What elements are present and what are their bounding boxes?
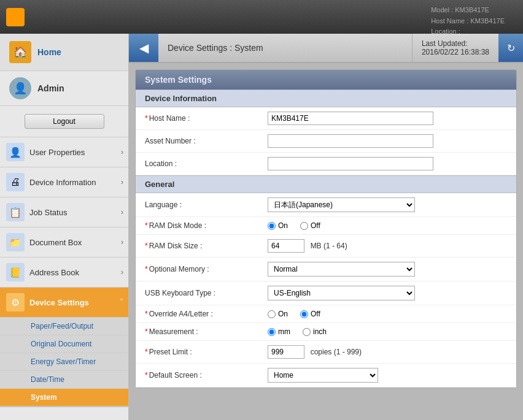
general-section-header: General [136,175,516,193]
home-label: Home [37,47,61,57]
job-status-icon: 📋 [6,203,25,221]
document-box-label: Document Box [29,238,82,247]
override-a4-radio-group: On Off [268,310,507,318]
ram-disk-size-unit: MB (1 - 64) [311,242,347,250]
ram-disk-mode-radio-group: On Off [268,221,507,230]
ram-disk-on-radio[interactable] [268,222,276,230]
ram-disk-on-label[interactable]: On [268,221,288,230]
usb-keyboard-control: US-English English (UK) French German [268,286,507,300]
location-row: Location : [136,153,516,175]
ram-disk-size-row: RAM Disk Size : MB (1 - 64) [136,235,516,258]
last-updated-value: 2016/02/22 16:38:38 [422,48,489,56]
measurement-control: mm inch [268,327,507,336]
device-settings-chevron: ˅ [120,298,123,307]
host-name-row: Host Name : [136,107,516,130]
back-button[interactable]: ◀ [129,34,158,62]
refresh-button[interactable]: ↻ [498,34,523,62]
location-input[interactable] [268,157,433,170]
sidebar-item-user-properties[interactable]: 👤 User Properties › [0,137,128,167]
breadcrumb: Device Settings : System [158,34,412,62]
sidebar-item-device-settings[interactable]: ⚙ Device Settings ˅ [0,288,128,318]
measurement-mm-radio[interactable] [268,328,276,336]
last-updated-label: Last Updated: [422,39,489,48]
settings-title: System Settings [136,70,516,90]
measurement-radio-group: mm inch [268,327,507,336]
preset-limit-control: copies (1 - 999) [268,345,507,359]
home-icon: 🏠 [9,41,31,63]
measurement-row: Measurement : mm inch [136,323,516,341]
sidebar-item-document-box[interactable]: 📁 Document Box › [0,227,128,258]
sub-item-date-time[interactable]: Date/Time [0,371,128,389]
default-screen-label: Default Screen : [145,371,268,380]
override-a4-row: Override A4/Letter : On Off [136,305,516,323]
device-information-icon: 🖨 [6,173,25,191]
host-name-control [268,112,507,125]
location-control [268,157,507,170]
usb-keyboard-select[interactable]: US-English English (UK) French German [268,286,415,300]
default-screen-control: Home Copy Send FAX Document Box [268,368,507,383]
sub-item-energy-saver-timer[interactable]: Energy Saver/Timer [0,353,128,371]
device-settings-icon: ⚙ [6,293,25,311]
job-status-chevron: › [121,208,123,216]
document-box-icon: 📁 [6,233,25,251]
settings-panel: System Settings Device Information Host … [135,69,517,388]
host-name-label: Host Name : [145,114,268,123]
asset-number-input[interactable] [268,134,433,148]
preset-limit-input[interactable] [268,345,304,359]
override-a4-on-label[interactable]: On [268,310,288,318]
measurement-label: Measurement : [145,327,268,336]
job-status-label: Job Status [29,208,67,217]
measurement-mm-label[interactable]: mm [268,327,290,336]
user-properties-chevron: › [121,148,123,156]
default-screen-select[interactable]: Home Copy Send FAX Document Box [268,368,378,383]
measurement-inch-label[interactable]: inch [303,327,327,336]
host-name-input[interactable] [268,112,433,125]
preset-limit-row: Preset Limit : copies (1 - 999) [136,341,516,364]
override-a4-on-radio[interactable] [268,310,276,318]
optional-memory-row: Optional Memory : Normal Printer Priorit… [136,258,516,281]
user-properties-icon: 👤 [6,143,25,161]
device-information-label: Device Information [29,178,96,187]
ram-disk-mode-label: RAM Disk Mode : [145,221,268,230]
optional-memory-control: Normal Printer Priority Copier Priority [268,262,507,277]
sub-item-system[interactable]: System [0,389,128,407]
ram-disk-size-control: MB (1 - 64) [268,239,507,253]
sidebar-item-home[interactable]: 🏠 Home [0,34,128,71]
sub-item-original-document[interactable]: Original Document [0,335,128,353]
top-bar: Model : KM3B417E Host Name : KM3B417E Lo… [0,0,523,34]
language-select[interactable]: 日本語(Japanese) English [268,197,415,212]
optional-memory-select[interactable]: Normal Printer Priority Copier Priority [268,262,415,277]
device-info-section-header: Device Information [136,90,516,107]
app-logo [6,8,25,26]
preset-limit-label: Preset Limit : [145,348,268,356]
location-label: Location : [145,159,268,168]
logout-button[interactable]: Logout [25,114,104,129]
ram-disk-off-radio[interactable] [300,222,308,230]
sub-item-paper-feed-output[interactable]: Paper/Feed/Output [0,318,128,335]
sidebar-item-address-book[interactable]: 📒 Address Book › [0,258,128,288]
override-a4-off-radio[interactable] [300,310,308,318]
device-information-chevron: › [121,178,123,186]
ram-disk-size-input[interactable] [268,239,304,253]
document-box-chevron: › [121,238,123,246]
override-a4-label: Override A4/Letter : [145,310,268,318]
ram-disk-mode-row: RAM Disk Mode : On Off [136,217,516,235]
sidebar: 🏠 Home 👤 Admin Logout 👤 User Properties … [0,34,129,420]
ram-disk-off-label[interactable]: Off [300,221,320,230]
device-settings-label: Device Settings [29,298,89,307]
ram-disk-mode-control: On Off [268,221,507,230]
sidebar-item-job-status[interactable]: 📋 Job Status › [0,197,128,227]
default-screen-row: Default Screen : Home Copy Send FAX Docu… [136,364,516,388]
measurement-inch-radio[interactable] [303,328,311,336]
override-a4-off-label[interactable]: Off [300,310,320,318]
content-header: ◀ Device Settings : System Last Updated:… [129,34,523,63]
override-a4-control: On Off [268,310,507,318]
sidebar-admin: 👤 Admin [0,71,128,106]
content-area: ◀ Device Settings : System Last Updated:… [129,34,523,420]
sidebar-item-device-information[interactable]: 🖨 Device Information › [0,167,128,197]
model-value: KM3B417E [455,6,489,13]
asset-number-control [268,134,507,148]
user-properties-label: User Properties [29,148,85,157]
device-info-bar: Model : KM3B417E Host Name : KM3B417E Lo… [431,5,505,37]
asset-number-label: Asset Number : [145,137,268,145]
